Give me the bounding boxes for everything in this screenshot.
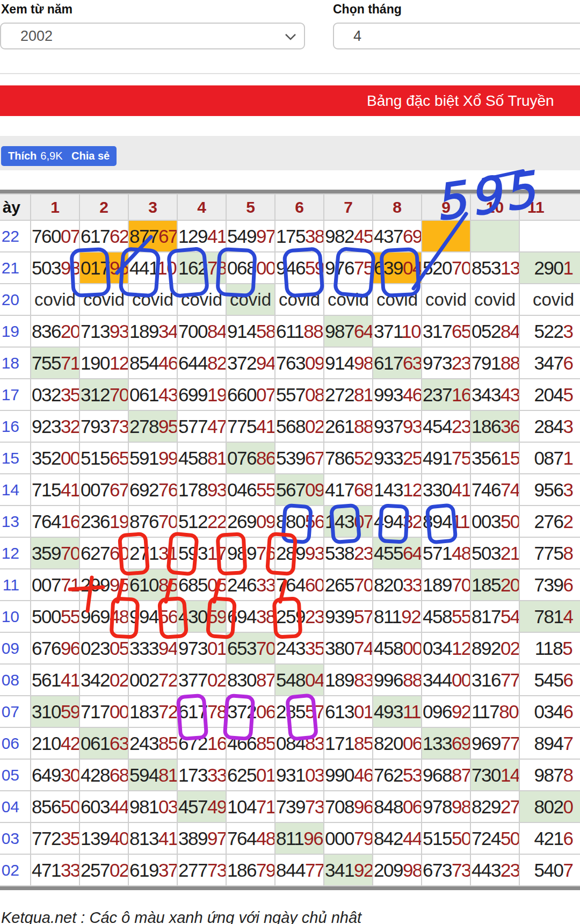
result-cell: 24335 (275, 632, 324, 664)
result-cell: 28993 (275, 537, 324, 569)
result-cell: 0871 (519, 442, 580, 474)
result-cell: 26188 (324, 410, 373, 442)
result-cell: 57747 (177, 410, 226, 442)
result-cell: 00272 (128, 664, 177, 696)
result-cell: 14307 (324, 506, 373, 537)
result-cell: 96977 (470, 727, 519, 759)
day-label: 21 (0, 252, 31, 284)
result-cell: 06143 (128, 379, 177, 410)
result-cell: 16278 (177, 252, 226, 284)
table-row: 0731059717001837261778372062855761301493… (0, 696, 580, 727)
result-cell: 61085 (128, 569, 177, 601)
result-cell: 00350 (470, 506, 519, 537)
result-cell: 66007 (226, 379, 275, 410)
result-cell: 31059 (31, 696, 79, 727)
result-cell: 28557 (275, 696, 324, 727)
result-cell: 98976 (226, 537, 275, 569)
result-cell: 13369 (422, 727, 470, 759)
result-cell: 37110 (373, 315, 422, 347)
result-cell: covid (79, 284, 128, 315)
result-cell: 8947 (519, 727, 580, 759)
result-cell: 98103 (128, 791, 177, 822)
result-cell: 76460 (275, 569, 324, 601)
result-cell: 34202 (79, 664, 128, 696)
result-cell: 79188 (470, 347, 519, 379)
result-cell: 83087 (226, 664, 275, 696)
day-label: 15 (0, 442, 31, 474)
result-cell: 11780 (470, 696, 519, 727)
result-cell: covid (226, 284, 275, 315)
result-cell: 85313 (470, 252, 519, 284)
day-label: 22 (0, 220, 31, 252)
result-cell: 98764 (324, 315, 373, 347)
result-cell: 51565 (79, 442, 128, 474)
result-cell: 61301 (324, 696, 373, 727)
result-cell: 10471 (226, 791, 275, 822)
result-cell: 60344 (79, 791, 128, 822)
result-cell: 67373 (422, 854, 470, 886)
result-cell: 51222 (177, 506, 226, 537)
table-row: 1471541007676927617893046555670941768143… (0, 474, 580, 506)
result-cell: 34343 (470, 379, 519, 410)
result-cell: covid (275, 284, 324, 315)
result-cell: 5456 (519, 664, 580, 696)
result-cell: 00767 (79, 474, 128, 506)
result-cell: 06800 (226, 252, 275, 284)
result-cell: 93103 (275, 759, 324, 791)
result-cell: 76007 (31, 220, 79, 252)
result-cell: 87670 (128, 506, 177, 537)
table-row: 1235970627602713159317989762899353823455… (0, 537, 580, 569)
result-cell: 29995 (79, 569, 128, 601)
result-cell: 59199 (128, 442, 177, 474)
result-cell: covid (31, 284, 79, 315)
table-row: 1376416236198767051222269098805614307494… (0, 506, 580, 537)
result-cell: covid (422, 284, 470, 315)
result-cell: 98245 (324, 220, 373, 252)
result-cell: 78652 (324, 442, 373, 474)
result-cell: 5223 (519, 315, 580, 347)
result-cell: 55708 (275, 379, 324, 410)
year-select[interactable]: 2002 (0, 23, 305, 49)
result-cell: 2045 (519, 379, 580, 410)
table-row: 0377235139408134138997764488119600079842… (0, 822, 580, 854)
day-label: 18 (0, 347, 31, 379)
table-row: 0856141342020027237702830875480418983996… (0, 664, 580, 696)
result-cell: 18983 (324, 664, 373, 696)
table-row: 1875571190128544664482372947630991498617… (0, 347, 580, 379)
result-cell: 72450 (470, 822, 519, 854)
day-label: 08 (0, 664, 31, 696)
result-cell: 81341 (128, 822, 177, 854)
result-cell: 99346 (373, 379, 422, 410)
result-cell: 75571 (31, 347, 79, 379)
result-cell: 27131 (128, 537, 177, 569)
result-cell: 97323 (422, 347, 470, 379)
result-cell: 89202 (470, 632, 519, 664)
table-row: 0485650603449810345749104717397370896848… (0, 791, 580, 822)
result-cell: 07686 (226, 442, 275, 474)
month-input[interactable]: 4 (333, 23, 580, 49)
result-cell: 76448 (226, 822, 275, 854)
result-cell: 26909 (226, 506, 275, 537)
day-label: 05 (0, 759, 31, 791)
result-cell: 21042 (31, 727, 79, 759)
result-cell: 18520 (470, 569, 519, 601)
result-cell: 27281 (324, 379, 373, 410)
column-header: 11 (519, 194, 580, 220)
result-cell: 45749 (177, 791, 226, 822)
table-row: 0967696023053339497301653702433538074458… (0, 632, 580, 664)
social-strip: Thích 6,9K Chia sẻ (0, 136, 580, 170)
footer-note[interactable]: Ketqua.net : Các ô màu xanh ứng với ngày… (1, 909, 361, 924)
result-cell: 92332 (31, 410, 79, 442)
result-cell: 34400 (422, 664, 470, 696)
results-table: ày1234567891011 227600761762877671294154… (0, 193, 580, 886)
result-cell: 91498 (324, 347, 373, 379)
like-button[interactable]: Thích 6,9K (1, 146, 70, 166)
share-button[interactable]: Chia sẻ (64, 146, 117, 166)
table-row: 0564930428685948117333625019310399046762… (0, 759, 580, 791)
day-label: 16 (0, 410, 31, 442)
result-cell: 45423 (422, 410, 470, 442)
result-cell: 93325 (373, 442, 422, 474)
table-row: 0247133257026193727773186798447734192209… (0, 854, 580, 886)
result-cell: 63904 (373, 252, 422, 284)
result-cell: 46685 (226, 727, 275, 759)
